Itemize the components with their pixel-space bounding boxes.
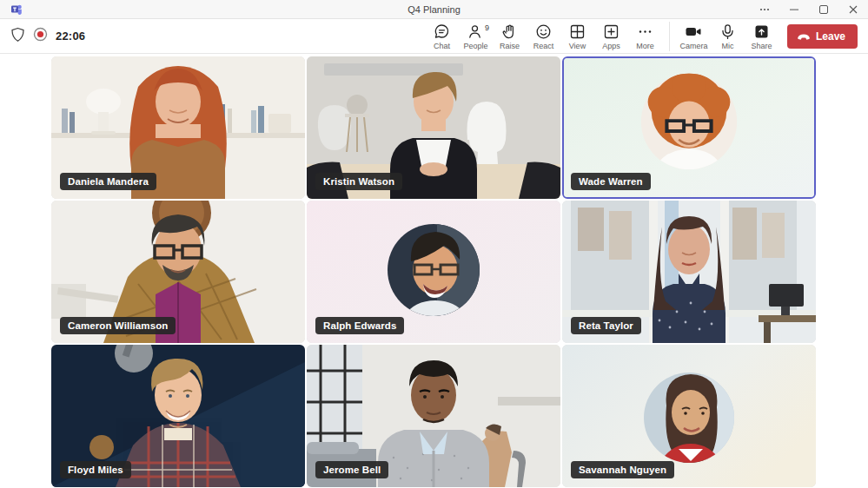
participant-name-label: Savannah Nguyen (571, 461, 674, 478)
window-maximize-button[interactable] (809, 0, 838, 18)
more-button[interactable]: More (628, 21, 662, 51)
video-tile-ralph-edwards[interactable]: Ralph Edwards (307, 201, 560, 343)
mic-icon (719, 23, 737, 41)
meeting-toolbar: 22:06 Chat 9 People Raise (0, 19, 868, 54)
participant-name-label: Jerome Bell (315, 461, 388, 478)
window-titlebar: Q4 Planning (0, 0, 868, 19)
hangup-icon (797, 29, 811, 44)
camera-icon (684, 23, 703, 41)
apps-button[interactable]: Apps (594, 21, 628, 51)
window-title: Q4 Planning (0, 4, 868, 15)
window-minimize-button[interactable] (779, 0, 809, 18)
window-close-button[interactable] (838, 0, 868, 18)
raise-hand-icon (500, 23, 519, 41)
participant-name-label: Kristin Watson (315, 173, 402, 190)
chat-button[interactable]: Chat (425, 21, 459, 51)
video-tile-kristin-watson[interactable]: Kristin Watson (307, 56, 560, 199)
share-button[interactable]: Share (745, 21, 779, 51)
raise-hand-button[interactable]: Raise (493, 21, 527, 51)
people-icon (467, 23, 485, 41)
view-grid-icon (568, 23, 586, 41)
toolbar-divider (669, 22, 670, 51)
teams-logo-icon (10, 3, 23, 16)
video-stage: Daniela Mandera Kristin Watson (0, 54, 868, 488)
participant-name-label: Daniela Mandera (60, 173, 156, 190)
share-icon (752, 23, 771, 41)
video-tile-wade-warren[interactable]: Wade Warren (562, 56, 816, 199)
participant-name-label: Reta Taylor (571, 317, 641, 334)
apps-plus-icon (602, 23, 620, 41)
participant-name-label: Wade Warren (571, 173, 651, 190)
people-count-badge: 9 (485, 23, 489, 32)
participant-name-label: Floyd Miles (60, 461, 131, 478)
meeting-timer: 22:06 (56, 30, 85, 43)
view-button[interactable]: View (560, 21, 594, 51)
video-tile-jerome-bell[interactable]: Jerome Bell (307, 345, 560, 487)
shield-icon[interactable] (10, 27, 25, 46)
toolbar-actions: Chat 9 People Raise React (425, 21, 779, 51)
react-smiley-icon (534, 23, 553, 41)
video-tile-floyd-miles[interactable]: Floyd Miles (51, 345, 305, 487)
window-more-button[interactable] (750, 0, 779, 18)
more-dots-icon (636, 23, 654, 41)
video-tile-savannah-nguyen[interactable]: Savannah Nguyen (562, 345, 816, 487)
video-tile-reta-taylor[interactable]: Reta Taylor (562, 201, 816, 343)
chat-icon (433, 23, 451, 41)
participant-name-label: Ralph Edwards (315, 317, 404, 334)
participant-name-label: Cameron Williamson (60, 317, 176, 334)
leave-button[interactable]: Leave (787, 24, 858, 49)
video-tile-cameron-williamson[interactable]: Cameron Williamson (51, 201, 305, 343)
video-tile-daniela-mandera[interactable]: Daniela Mandera (51, 56, 305, 199)
mic-button[interactable]: Mic (711, 21, 745, 51)
people-button[interactable]: 9 People (459, 21, 493, 51)
leave-button-label: Leave (816, 30, 845, 43)
camera-button[interactable]: Camera (677, 21, 711, 51)
participant-grid: Daniela Mandera Kristin Watson (51, 56, 816, 487)
react-button[interactable]: React (527, 21, 560, 51)
recording-indicator-icon (33, 27, 48, 45)
